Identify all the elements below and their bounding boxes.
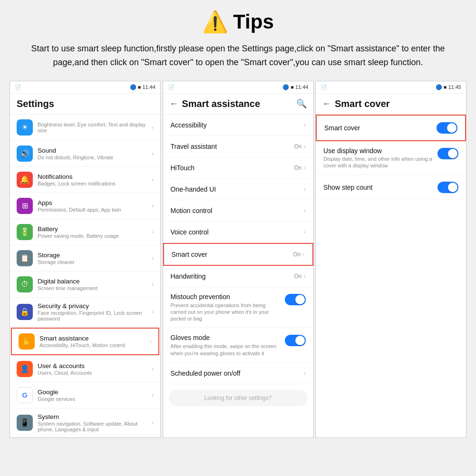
assist-hitouch[interactable]: HiTouch On › (163, 157, 313, 179)
screen3-header: ← Smart cover (316, 94, 466, 115)
assist-smart-cover[interactable]: Smart cover On › (163, 243, 313, 266)
apps-icon: ⊞ (17, 198, 33, 214)
settings-google[interactable]: G Google Google services › (10, 382, 160, 408)
system-icon: 📱 (17, 415, 33, 431)
chevron-icon: › (152, 203, 154, 209)
user-accounts-icon: 👤 (17, 361, 33, 377)
screen3-status-left: 📄 (321, 84, 327, 90)
chevron-icon: › (304, 370, 306, 377)
tips-header: ⚠️ Tips Start to use smart sleep functio… (10, 10, 466, 69)
screen3-status-bar: 📄 🔵 ■ 11:45 (316, 81, 466, 94)
smart-cover-toggle[interactable] (437, 122, 457, 134)
screen2-list: Accessibility › Travel assistant On › Hi… (163, 115, 313, 406)
looking-for-bar[interactable]: Looking for other settings? (169, 390, 308, 406)
screen2-status-left: 📄 (168, 84, 175, 90)
cover-step-count[interactable]: Show step count (316, 175, 466, 200)
screen1-list: ☀ Brightness level, Eye comfort, Text an… (10, 115, 160, 437)
chevron-icon: › (150, 338, 152, 345)
assist-motion[interactable]: Motion control › (163, 200, 313, 222)
mistouch-toggle[interactable] (285, 294, 306, 305)
chevron-icon: › (152, 150, 154, 157)
cover-display-window[interactable]: Use display window Display date, time, a… (316, 141, 466, 175)
screen1-header: Settings (10, 94, 160, 115)
settings-user-accounts[interactable]: 👤 User & accounts Users, Cloud, Accounts… (10, 356, 160, 382)
chevron-icon: › (152, 366, 154, 372)
tips-description: Start to use smart sleep function,firstl… (10, 42, 466, 69)
step-count-toggle[interactable] (437, 182, 458, 193)
phones-container: 📄 🔵 ■ 11:44 Settings ☀ Brightness level,… (10, 81, 466, 438)
chevron-icon: › (304, 143, 306, 150)
screen2-title: Smart assistance (182, 98, 261, 109)
screen2-status-bar: 📄 🔵 ■ 11:44 (163, 81, 313, 94)
settings-digital-balance[interactable]: ⏱ Digital balance Screen time management… (10, 272, 160, 298)
google-icon: G (17, 387, 33, 403)
assist-one-handed[interactable]: One-handed UI › (163, 179, 313, 200)
back-arrow-icon[interactable]: ← (170, 99, 178, 109)
assist-gloves[interactable]: Gloves mode After enabling this mode, sw… (163, 328, 313, 363)
screen3-title: Smart cover (335, 98, 390, 109)
chevron-icon: › (304, 273, 306, 280)
settings-apps[interactable]: ⊞ Apps Permissions, Default apps, App tw… (10, 193, 160, 219)
screen3-status-right: 🔵 ■ 11:45 (436, 84, 461, 90)
chevron-icon: › (152, 309, 154, 315)
chevron-icon: › (152, 392, 154, 398)
assist-handwriting[interactable]: Handwriting On › (163, 266, 313, 287)
screen3: 📄 🔵 ■ 11:45 ← Smart cover Smart cover Us… (315, 81, 466, 438)
settings-storage[interactable]: 📋 Storage Storage cleaner › (10, 245, 160, 272)
screen2: 📄 🔵 ■ 11:44 ← Smart assistance 🔍 Accessi… (163, 81, 314, 438)
chevron-icon: › (303, 251, 305, 258)
settings-brightness[interactable]: ☀ Brightness level, Eye comfort, Text an… (10, 115, 160, 141)
chevron-icon: › (152, 229, 154, 235)
battery-icon: 🔋 (17, 224, 33, 240)
settings-sound[interactable]: 🔊 Sound Do not disturb, Ringtone, Vibrat… (10, 141, 160, 167)
assist-scheduled-power[interactable]: Scheduled power on/off › (163, 363, 313, 384)
screen1-status-left: 📄 (15, 84, 21, 90)
notifications-icon: 🔔 (17, 172, 33, 188)
brightness-icon: ☀ (17, 119, 33, 136)
back-arrow-icon[interactable]: ← (322, 99, 331, 109)
chevron-icon: › (152, 281, 154, 288)
chevron-icon: › (152, 176, 154, 183)
chevron-icon: › (304, 186, 306, 193)
assist-voice[interactable]: Voice control › (163, 222, 313, 243)
screen3-list: Smart cover Use display window Display d… (316, 115, 466, 201)
chevron-icon: › (304, 229, 306, 235)
settings-security[interactable]: 🔒 Security & privacy Face recognition, F… (10, 298, 160, 327)
tips-title: Tips (233, 10, 274, 33)
screen1-status-bar: 📄 🔵 ■ 11:44 (10, 81, 160, 94)
display-window-toggle[interactable] (437, 148, 458, 159)
screen2-status-right: 🔵 ■ 11:44 (282, 84, 308, 90)
chevron-icon: › (304, 165, 306, 171)
chevron-icon: › (152, 124, 154, 131)
security-icon: 🔒 (17, 304, 33, 320)
assist-mistouch[interactable]: Mistouch prevention Prevent accidental o… (163, 287, 313, 329)
chevron-icon: › (304, 207, 306, 214)
cover-smart-cover[interactable]: Smart cover (316, 115, 466, 141)
assist-accessibility[interactable]: Accessibility › (163, 115, 313, 136)
digital-balance-icon: ⏱ (17, 276, 33, 292)
storage-icon: 📋 (17, 250, 33, 266)
screen1: 📄 🔵 ■ 11:44 Settings ☀ Brightness level,… (10, 81, 161, 438)
screen1-status-right: 🔵 ■ 11:44 (130, 84, 155, 90)
gloves-toggle[interactable] (285, 335, 306, 346)
screen1-title: Settings (17, 98, 54, 109)
settings-system[interactable]: 📱 System System navigation, Software upd… (10, 408, 160, 437)
settings-battery[interactable]: 🔋 Battery Power saving mode, Battery usa… (10, 219, 160, 245)
settings-notifications[interactable]: 🔔 Notifications Badges, Lock screen noti… (10, 167, 160, 193)
chevron-icon: › (152, 419, 154, 426)
search-icon[interactable]: 🔍 (296, 98, 307, 109)
chevron-icon: › (304, 122, 306, 128)
screen2-header: ← Smart assistance 🔍 (163, 94, 313, 115)
sound-icon: 🔊 (17, 146, 33, 162)
smart-assistance-icon: ✋ (19, 333, 35, 350)
settings-smart-assistance[interactable]: ✋ Smart assistance Accessibility, HiTouc… (11, 328, 159, 355)
assist-travel[interactable]: Travel assistant On › (163, 136, 313, 157)
tips-warning-icon: ⚠️ (202, 10, 228, 34)
chevron-icon: › (152, 255, 154, 262)
